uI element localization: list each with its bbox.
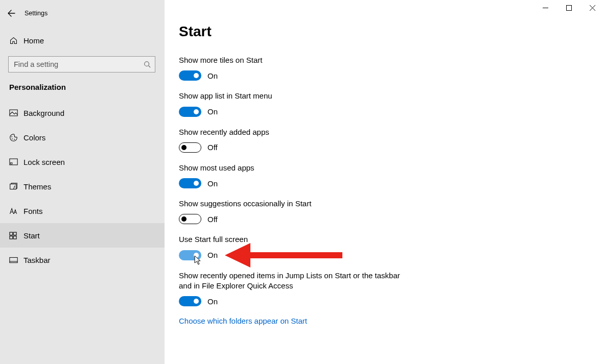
- setting-most-used: Show most used apps On: [179, 163, 451, 188]
- home-icon: [9, 36, 18, 45]
- toggle-recently-added[interactable]: [179, 142, 201, 153]
- sidebar-item-background[interactable]: Background: [0, 101, 165, 125]
- toggle-state: Off: [207, 215, 218, 224]
- toggle-state: Off: [207, 143, 218, 152]
- toggle-state: On: [207, 71, 218, 80]
- choose-folders-link[interactable]: Choose which folders appear on Start: [179, 317, 307, 325]
- setting-label: Show more tiles on Start: [179, 55, 414, 65]
- svg-rect-20: [566, 5, 571, 10]
- main-region: Start Show more tiles on Start On Show a…: [165, 0, 604, 364]
- setting-label: Use Start full screen: [179, 234, 414, 245]
- minimize-button[interactable]: [533, 0, 557, 15]
- toggle-state: On: [207, 297, 218, 306]
- svg-rect-9: [10, 232, 13, 235]
- sidebar-nav: Background Colors Lock screen Themes: [0, 101, 165, 272]
- setting-label: Show recently opened items in Jump Lists…: [179, 271, 414, 292]
- setting-label: Show most used apps: [179, 163, 414, 173]
- sidebar-item-fonts[interactable]: Fonts: [0, 199, 165, 223]
- setting-label: Show recently added apps: [179, 127, 414, 137]
- sidebar-item-taskbar[interactable]: Taskbar: [0, 248, 165, 272]
- svg-rect-13: [10, 257, 17, 262]
- search-input[interactable]: [13, 60, 144, 69]
- svg-rect-11: [10, 236, 13, 239]
- setting-full-screen: Use Start full screen On: [179, 234, 451, 260]
- svg-point-0: [145, 62, 149, 66]
- toggle-jump-lists[interactable]: [179, 296, 201, 306]
- settings-sidebar: Settings Home Personalization: [0, 0, 165, 364]
- svg-rect-12: [13, 236, 16, 239]
- home-label: Home: [24, 36, 44, 45]
- close-button[interactable]: [580, 0, 604, 15]
- toggle-show-more-tiles[interactable]: [179, 70, 201, 81]
- svg-point-4: [12, 138, 13, 139]
- arrow-left-icon: [7, 9, 15, 17]
- themes-icon: [9, 182, 18, 191]
- toggle-suggestions[interactable]: [179, 214, 201, 224]
- page-title: Start: [179, 23, 451, 40]
- svg-rect-2: [10, 110, 17, 116]
- back-button[interactable]: [0, 5, 22, 21]
- toggle-full-screen[interactable]: [179, 250, 201, 260]
- sidebar-item-label: Fonts: [24, 207, 43, 215]
- svg-line-1: [149, 66, 151, 68]
- toggle-most-used[interactable]: [179, 178, 201, 188]
- maximize-icon: [566, 5, 572, 11]
- search-input-wrap[interactable]: [8, 56, 155, 72]
- setting-suggestions: Show suggestions occasionally in Start O…: [179, 199, 451, 224]
- svg-point-5: [14, 139, 15, 140]
- setting-show-more-tiles: Show more tiles on Start On: [179, 55, 451, 81]
- window-controls: [533, 0, 604, 15]
- sidebar-item-label: Start: [24, 231, 40, 240]
- setting-show-app-list: Show app list in Start menu On: [179, 91, 451, 116]
- setting-label: Show app list in Start menu: [179, 91, 414, 101]
- sidebar-item-label: Background: [24, 109, 64, 117]
- sidebar-item-label: Taskbar: [24, 256, 51, 264]
- palette-icon: [9, 133, 18, 142]
- sidebar-item-label: Themes: [24, 182, 51, 191]
- sidebar-item-label: Lock screen: [24, 158, 65, 166]
- sidebar-home[interactable]: Home: [8, 29, 156, 52]
- sidebar-item-lock-screen[interactable]: Lock screen: [0, 150, 165, 174]
- minimize-icon: [543, 5, 548, 11]
- sidebar-item-label: Colors: [24, 133, 45, 142]
- close-icon: [590, 5, 595, 11]
- setting-recently-added: Show recently added apps Off: [179, 127, 451, 153]
- app-title: Settings: [25, 10, 48, 17]
- taskbar-icon: [9, 257, 18, 263]
- sidebar-item-themes[interactable]: Themes: [0, 174, 165, 199]
- search-icon: [144, 61, 151, 68]
- start-icon: [9, 232, 17, 239]
- toggle-state: On: [207, 251, 218, 259]
- sidebar-item-colors[interactable]: Colors: [0, 125, 165, 150]
- sidebar-section-label: Personalization: [8, 82, 156, 101]
- setting-jump-lists: Show recently opened items in Jump Lists…: [179, 271, 451, 307]
- svg-rect-10: [13, 232, 16, 235]
- lock-screen-icon: [9, 158, 18, 165]
- toggle-show-app-list[interactable]: [179, 107, 201, 117]
- svg-rect-7: [11, 163, 12, 164]
- setting-label: Show suggestions occasionally in Start: [179, 199, 414, 209]
- fonts-icon: [9, 207, 18, 215]
- toggle-state: On: [207, 179, 218, 188]
- svg-rect-8: [10, 184, 16, 189]
- picture-icon: [9, 109, 18, 116]
- sidebar-item-start[interactable]: Start: [0, 223, 165, 248]
- toggle-state: On: [207, 107, 218, 116]
- maximize-button[interactable]: [557, 0, 580, 15]
- svg-point-3: [11, 136, 12, 137]
